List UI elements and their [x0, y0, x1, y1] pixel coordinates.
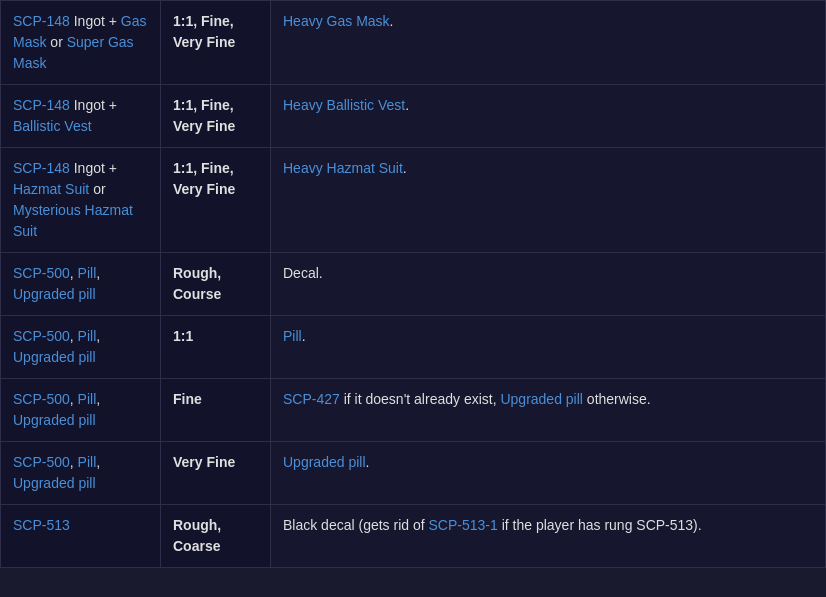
result-link[interactable]: Heavy Ballistic Vest [283, 97, 405, 113]
table-row: SCP-500, Pill, Upgraded pill1:1Pill. [1, 316, 826, 379]
ingredient-text: , [96, 328, 100, 344]
table-row: SCP-148 Ingot + Hazmat Suit or Mysteriou… [1, 148, 826, 253]
ingredient-link[interactable]: SCP-500 [13, 454, 70, 470]
ingredient-text: , [70, 391, 78, 407]
table-row: SCP-500, Pill, Upgraded pillVery FineUpg… [1, 442, 826, 505]
ingredient-link[interactable]: Pill [78, 328, 97, 344]
ingredient-link[interactable]: Upgraded pill [13, 475, 96, 491]
result-text: . [302, 328, 306, 344]
result-text: if it doesn't already exist, [340, 391, 501, 407]
ingredient-cell: SCP-148 Ingot + Ballistic Vest [1, 85, 161, 148]
ingredient-link[interactable]: Upgraded pill [13, 349, 96, 365]
ingredient-link[interactable]: Pill [78, 454, 97, 470]
result-link[interactable]: Pill [283, 328, 302, 344]
result-cell: Upgraded pill. [271, 442, 826, 505]
ingredient-text: , [70, 328, 78, 344]
ingredient-link[interactable]: Hazmat Suit [13, 181, 89, 197]
ingredient-link[interactable]: Mysterious Hazmat Suit [13, 202, 133, 239]
quality-cell: 1:1, Fine, Very Fine [161, 85, 271, 148]
result-cell: Heavy Ballistic Vest. [271, 85, 826, 148]
ingredient-text: , [70, 454, 78, 470]
result-cell: Black decal (gets rid of SCP-513-1 if th… [271, 505, 826, 568]
ingredient-cell: SCP-513 [1, 505, 161, 568]
ingredient-text: Ingot + [70, 97, 117, 113]
ingredient-link[interactable]: Pill [78, 265, 97, 281]
ingredient-link[interactable]: SCP-500 [13, 391, 70, 407]
result-text: . [366, 454, 370, 470]
ingredient-text: , [70, 265, 78, 281]
table-row: SCP-500, Pill, Upgraded pillFineSCP-427 … [1, 379, 826, 442]
ingredient-cell: SCP-500, Pill, Upgraded pill [1, 442, 161, 505]
result-link[interactable]: Heavy Gas Mask [283, 13, 390, 29]
ingredient-cell: SCP-148 Ingot + Gas Mask or Super Gas Ma… [1, 1, 161, 85]
result-text: . [405, 97, 409, 113]
crafting-table: SCP-148 Ingot + Gas Mask or Super Gas Ma… [0, 0, 826, 568]
table-row: SCP-500, Pill, Upgraded pillRough, Cours… [1, 253, 826, 316]
result-link[interactable]: SCP-513-1 [429, 517, 498, 533]
result-cell: Heavy Gas Mask. [271, 1, 826, 85]
ingredient-cell: SCP-500, Pill, Upgraded pill [1, 379, 161, 442]
result-link[interactable]: SCP-427 [283, 391, 340, 407]
ingredient-text: Ingot + [70, 160, 117, 176]
ingredient-cell: SCP-500, Pill, Upgraded pill [1, 316, 161, 379]
result-link[interactable]: Heavy Hazmat Suit [283, 160, 403, 176]
ingredient-cell: SCP-148 Ingot + Hazmat Suit or Mysteriou… [1, 148, 161, 253]
result-cell: Decal. [271, 253, 826, 316]
ingredient-link[interactable]: Ballistic Vest [13, 118, 92, 134]
table-row: SCP-148 Ingot + Ballistic Vest1:1, Fine,… [1, 85, 826, 148]
result-text: Decal. [283, 265, 323, 281]
result-cell: Heavy Hazmat Suit. [271, 148, 826, 253]
ingredient-link[interactable]: SCP-148 [13, 13, 70, 29]
result-text: . [403, 160, 407, 176]
result-text: Black decal (gets rid of [283, 517, 429, 533]
result-text: . [390, 13, 394, 29]
quality-cell: Rough, Course [161, 253, 271, 316]
result-text: if the player has rung SCP-513). [498, 517, 702, 533]
quality-cell: 1:1, Fine, Very Fine [161, 1, 271, 85]
quality-cell: 1:1, Fine, Very Fine [161, 148, 271, 253]
result-link[interactable]: Upgraded pill [500, 391, 583, 407]
ingredient-link[interactable]: SCP-148 [13, 160, 70, 176]
ingredient-text: , [96, 265, 100, 281]
ingredient-link[interactable]: SCP-500 [13, 328, 70, 344]
result-cell: SCP-427 if it doesn't already exist, Upg… [271, 379, 826, 442]
ingredient-text: Ingot + [70, 13, 121, 29]
ingredient-link[interactable]: SCP-148 [13, 97, 70, 113]
ingredient-link[interactable]: Pill [78, 391, 97, 407]
quality-cell: 1:1 [161, 316, 271, 379]
result-link[interactable]: Upgraded pill [283, 454, 366, 470]
result-text: otherwise. [583, 391, 651, 407]
ingredient-text: or [89, 181, 105, 197]
ingredient-link[interactable]: SCP-500 [13, 265, 70, 281]
ingredient-text: or [46, 34, 66, 50]
quality-cell: Fine [161, 379, 271, 442]
ingredient-link[interactable]: SCP-513 [13, 517, 70, 533]
ingredient-link[interactable]: Upgraded pill [13, 286, 96, 302]
table-row: SCP-148 Ingot + Gas Mask or Super Gas Ma… [1, 1, 826, 85]
ingredient-text: , [96, 391, 100, 407]
result-cell: Pill. [271, 316, 826, 379]
quality-cell: Very Fine [161, 442, 271, 505]
ingredient-text: , [96, 454, 100, 470]
ingredient-link[interactable]: Upgraded pill [13, 412, 96, 428]
table-row: SCP-513Rough, CoarseBlack decal (gets ri… [1, 505, 826, 568]
quality-cell: Rough, Coarse [161, 505, 271, 568]
ingredient-cell: SCP-500, Pill, Upgraded pill [1, 253, 161, 316]
